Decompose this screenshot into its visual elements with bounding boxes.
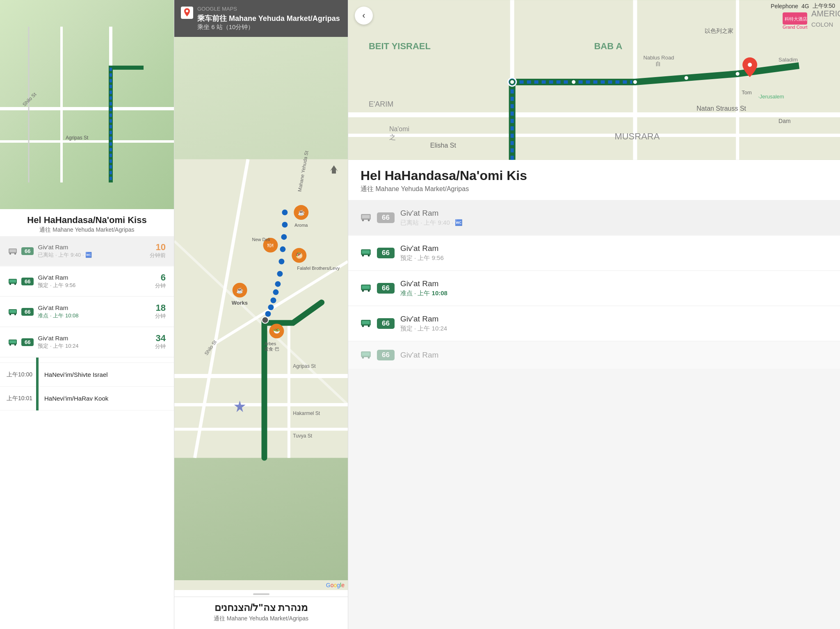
stop-name-6: HaNevi'im/HaRav Kook — [44, 395, 108, 402]
left-bus-info-4: Giv'at Ram 预定 · 上午 10:24 — [38, 335, 151, 350]
right-map: Natan Strauss St Elisha St Dam BEIT YISR… — [348, 0, 840, 160]
svg-text:MUSRARA: MUSRARA — [614, 131, 660, 141]
right-bus-dest-sub-1: 已离站 · 上午 9:40 · 🚾 — [400, 219, 828, 227]
left-bus-item-2[interactable]: 66 Giv'at Ram 预定 · 上午 9:56 6 分钟 — [0, 267, 174, 296]
right-network: 4G — [801, 3, 809, 9]
svg-point-39 — [282, 222, 288, 228]
svg-text:E'ARIM: E'ARIM — [369, 100, 393, 108]
svg-point-45 — [273, 289, 278, 295]
gmaps-header: GOOGLE MAPS 乘车前往 Mahane Yehuda Market/Ag… — [174, 0, 348, 37]
svg-text:☕: ☕ — [298, 209, 305, 216]
right-bus-icon-5 — [361, 350, 371, 360]
left-bus-badge-3: 66 — [21, 308, 34, 316]
svg-point-110 — [362, 219, 364, 221]
left-bus-mins-1: 10 — [150, 243, 166, 252]
svg-point-86 — [684, 75, 689, 80]
left-bus-sub-1: 已离站 · 上午 9:40 · 🚾 — [38, 251, 146, 259]
svg-point-23 — [14, 344, 16, 346]
gmaps-footer-subtitle: 通往 Mahane Yehuda Market/Agripas — [183, 615, 340, 622]
right-bus-badge-2: 66 — [377, 248, 395, 258]
svg-rect-117 — [362, 285, 370, 289]
right-bus-dest-4: Giv'at Ram 预定 · 上午 10:24 — [400, 314, 828, 333]
svg-point-14 — [9, 283, 11, 285]
svg-point-85 — [632, 80, 637, 84]
right-bus-badge-3: 66 — [377, 283, 395, 294]
right-bus-item-5[interactable]: 66 Giv'at Ram — [348, 342, 840, 369]
svg-rect-125 — [362, 352, 370, 356]
right-bus-badge-1: 66 — [377, 212, 395, 223]
gmaps-header-sub: 乘坐 6 站（10分钟） — [197, 23, 340, 31]
right-station-header: Hel HaHandasa/Na'omi Kis 通往 Mahane Yehud… — [348, 160, 840, 201]
gmaps-header-text: GOOGLE MAPS 乘车前往 Mahane Yehuda Market/Ag… — [197, 6, 340, 31]
svg-point-46 — [270, 298, 276, 303]
svg-text:Natan Strauss St: Natan Strauss St — [696, 105, 746, 112]
right-bus-item-2[interactable]: 66 Giv'at Ram 预定 · 上午 9:56 — [348, 236, 840, 270]
right-bus-dest-name-4: Giv'at Ram — [400, 314, 828, 324]
middle-panel: GOOGLE MAPS 乘车前往 Mahane Yehuda Market/Ag… — [174, 0, 348, 629]
left-bus-badge-2: 66 — [21, 278, 34, 285]
svg-point-29 — [186, 10, 188, 12]
right-bus-dest-sub-4: 预定 · 上午 10:24 — [400, 325, 828, 333]
right-bus-item-3[interactable]: 66 Giv'at Ram 准点 · 上午 10:08 — [348, 271, 840, 305]
right-bus-dest-name-3: Giv'at Ram — [400, 279, 828, 288]
right-bus-dest-sub-2: 预定 · 上午 9:56 — [400, 254, 828, 262]
svg-point-87 — [735, 71, 740, 76]
svg-rect-13 — [9, 280, 16, 283]
right-bus-icon-4 — [361, 318, 371, 329]
svg-point-10 — [9, 253, 11, 255]
svg-point-118 — [362, 290, 364, 292]
svg-rect-109 — [362, 215, 370, 218]
right-station-subtitle: 通往 Mahane Yehuda Market/Agripas — [361, 185, 828, 194]
gmaps-header-main: 乘车前往 Mahane Yehuda Market/Agripas — [197, 14, 340, 23]
left-bus-item-1[interactable]: 66 Giv'at Ram 已离站 · 上午 9:40 · 🚾 10 分钟前 — [0, 236, 174, 266]
left-bus-dest-4: Giv'at Ram — [38, 335, 151, 342]
left-bus-unit-3: 分钟 — [155, 312, 166, 320]
svg-point-19 — [14, 314, 16, 315]
left-bus-mins-4: 34 — [155, 334, 166, 343]
phone-battery-icon — [159, 214, 167, 219]
left-bus-badge-4: 66 — [21, 338, 34, 346]
svg-point-44 — [275, 281, 281, 287]
left-bus-info-1: Giv'at Ram 已离站 · 上午 9:40 · 🚾 — [38, 244, 146, 259]
gmaps-map[interactable]: ☕ Aroma 🍽 New Deli 🥙 Falafel Brothers/Le… — [174, 37, 348, 580]
left-bus-item-4[interactable]: 66 Giv'at Ram 预定 · 上午 10:24 34 分钟 — [0, 327, 174, 357]
svg-text:Aroma: Aroma — [294, 223, 308, 228]
gmaps-footer: מנהרת צה"ל/הצנחנים 通往 Mahane Yehuda Mark… — [174, 597, 348, 629]
right-time: 上午9:50 — [813, 2, 835, 10]
left-panel: Shilo St Agripas St Hel HaHandasa/Na'omi… — [0, 0, 174, 629]
left-bus-unit-4: 分钟 — [155, 343, 166, 350]
svg-text:☕: ☕ — [236, 287, 244, 294]
svg-text:Falafel Brothers/Levy: Falafel Brothers/Levy — [297, 266, 340, 271]
gmaps-logo-icon — [181, 7, 193, 19]
drag-handle — [253, 593, 269, 595]
right-bus-ontime-time: 10:08 — [432, 289, 447, 296]
svg-point-119 — [368, 290, 370, 292]
right-bus-item-4[interactable]: 66 Giv'at Ram 预定 · 上午 10:24 — [348, 306, 840, 341]
svg-rect-121 — [362, 321, 370, 324]
left-bus-sub-3: 准点 · 上午 10:08 — [38, 312, 151, 319]
svg-rect-30 — [174, 159, 348, 458]
svg-text:Nablus Road: Nablus Road — [643, 55, 674, 61]
right-bus-dest-1: Giv'at Ram 已离站 · 上午 9:40 · 🚾 — [400, 209, 828, 227]
left-bus-item-3[interactable]: 66 Giv'at Ram 准点 · 上午 10:08 18 分钟 — [0, 297, 174, 326]
phone-stop-row-5: 上午10:00 HaNevi'im/Shivte Israel — [0, 363, 174, 387]
svg-point-15 — [14, 283, 16, 285]
left-bus-badge-1: 66 — [21, 247, 34, 255]
svg-point-122 — [362, 325, 364, 327]
left-top-section: Shilo St Agripas St Hel HaHandasa/Na'omi… — [0, 0, 174, 209]
svg-text:自: 自 — [655, 61, 661, 67]
svg-point-81 — [748, 63, 752, 67]
right-back-button[interactable]: ‹ — [355, 7, 373, 25]
svg-point-123 — [368, 325, 370, 327]
right-bus-dest-5: Giv'at Ram — [400, 351, 828, 360]
svg-text:Elisha St: Elisha St — [430, 142, 457, 149]
svg-point-22 — [9, 344, 11, 346]
svg-text:BAB A: BAB A — [594, 41, 623, 51]
left-bus-info-3: Giv'at Ram 准点 · 上午 10:08 — [38, 304, 151, 319]
svg-rect-21 — [9, 340, 16, 343]
svg-point-84 — [571, 80, 576, 84]
svg-rect-17 — [9, 310, 16, 313]
svg-text:之: 之 — [389, 134, 396, 141]
svg-point-42 — [278, 259, 284, 264]
right-bus-item-1[interactable]: 66 Giv'at Ram 已离站 · 上午 9:40 · 🚾 — [348, 201, 840, 235]
